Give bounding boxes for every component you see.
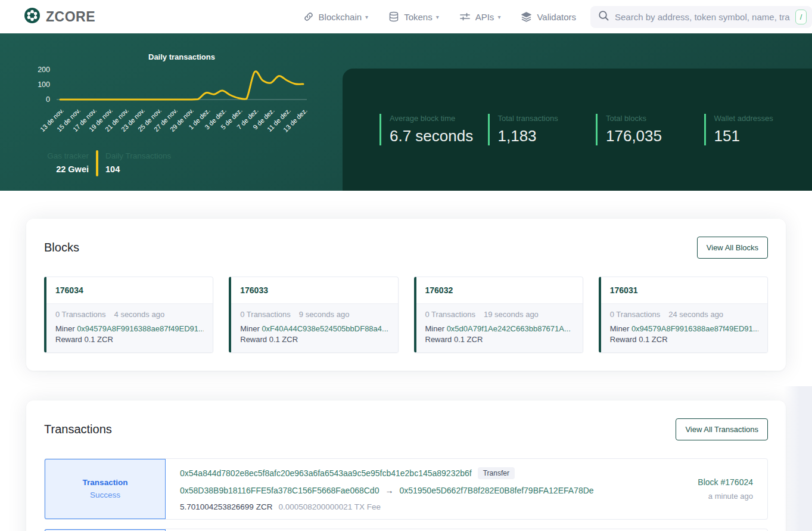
from-address-link[interactable]: 0x58D38B9b18116FFE5fa378C156F5668Fae068C… bbox=[180, 486, 379, 495]
arrow-right-icon: → bbox=[385, 486, 393, 495]
miner-address-link[interactable]: 0x94579A8F9916388ae87f49ED91... bbox=[77, 324, 204, 333]
block-number-link[interactable]: 176034 bbox=[55, 285, 83, 295]
hero-banner: Daily transactions 200 100 0 13 de nov. … bbox=[0, 33, 812, 191]
transaction-row: Transaction Success 0x162a357892c21a9f4a… bbox=[44, 529, 768, 531]
chevron-down-icon: ▾ bbox=[436, 14, 439, 20]
stat-average-block-time: Average block time 6.7 seconds bbox=[379, 114, 488, 145]
block-tx-count: 0 Transactions bbox=[425, 310, 476, 319]
block-number-link[interactable]: 176031 bbox=[610, 285, 638, 295]
transaction-hash-link[interactable]: 0x54a844d7802e8ec5f8afc20e963a6fa6543aa9… bbox=[180, 468, 472, 478]
nav-item-blockchain[interactable]: Blockchain ▾ bbox=[303, 11, 369, 22]
transaction-status-tile: Transaction Success bbox=[45, 459, 166, 519]
reward-label: Reward bbox=[55, 335, 82, 344]
stat-label: Wallet addresses bbox=[714, 114, 808, 123]
stat-label: Average block time bbox=[390, 114, 483, 123]
chevron-down-icon: ▾ bbox=[365, 14, 368, 20]
main-nav: Blockchain ▾ Tokens ▾ APIs ▾ bbox=[303, 11, 576, 23]
miner-label: Miner bbox=[425, 324, 445, 333]
stat-label: Total blocks bbox=[606, 114, 699, 123]
stat-total-blocks: Total blocks 176,035 bbox=[596, 114, 704, 145]
stat-label: Total transactions bbox=[498, 114, 592, 123]
search-input[interactable] bbox=[615, 12, 790, 22]
daily-transactions-value: 104 bbox=[105, 164, 171, 174]
gas-tracker-label: Gas tracker bbox=[22, 151, 89, 160]
transaction-type-label: Transaction bbox=[83, 478, 128, 487]
stat-value: 6.7 seconds bbox=[390, 127, 483, 145]
transaction-status: Success bbox=[90, 490, 120, 499]
reward-label: Reward bbox=[610, 335, 637, 344]
divider-bar bbox=[96, 150, 98, 176]
transaction-fee: 0.000508200000021 TX Fee bbox=[278, 502, 381, 511]
chevron-down-icon: ▾ bbox=[497, 14, 500, 20]
zcore-logo-icon bbox=[24, 7, 41, 26]
page-content: Blocks View All Blocks 176034 0 Transact… bbox=[0, 191, 812, 531]
chart-plot-area bbox=[57, 65, 307, 103]
daily-transactions-chart: Daily transactions 200 100 0 13 de nov. … bbox=[24, 52, 310, 158]
transactions-section-title: Transactions bbox=[44, 423, 112, 436]
block-age: 4 seconds ago bbox=[114, 310, 165, 319]
global-search: / bbox=[590, 6, 812, 28]
blocks-section: Blocks View All Blocks 176034 0 Transact… bbox=[26, 219, 786, 371]
reward-value: 0.1 ZCR bbox=[84, 335, 113, 344]
brand-name: ZCORE bbox=[46, 9, 95, 25]
gas-tracker-strip: Gas tracker 22 Gwei Daily Transactions 1… bbox=[22, 150, 171, 176]
reward-value: 0.1 ZCR bbox=[639, 335, 667, 344]
y-axis-tick: 0 bbox=[24, 94, 50, 105]
nav-label: APIs bbox=[475, 12, 494, 22]
miner-address-link[interactable]: 0xF40A44C938e524505bbDF88a4... bbox=[262, 324, 388, 333]
y-axis-tick: 100 bbox=[24, 79, 50, 90]
stat-wallet-addresses: Wallet addresses 151 bbox=[704, 114, 812, 145]
nav-label: Validators bbox=[537, 12, 576, 22]
block-number-link[interactable]: 176033 bbox=[240, 285, 268, 295]
gas-tracker-value: 22 Gwei bbox=[22, 164, 89, 174]
transaction-row: Transaction Success 0x54a844d7802e8ec5f8… bbox=[44, 458, 768, 520]
view-all-blocks-button[interactable]: View All Blocks bbox=[697, 237, 768, 259]
daily-transactions-label: Daily Transactions bbox=[105, 151, 171, 160]
coins-icon bbox=[388, 11, 399, 22]
block-age: 9 seconds ago bbox=[299, 310, 350, 319]
miner-label: Miner bbox=[610, 324, 630, 333]
reward-label: Reward bbox=[240, 335, 267, 344]
block-tx-count: 0 Transactions bbox=[610, 310, 661, 319]
stat-value: 176,035 bbox=[606, 127, 699, 145]
reward-label: Reward bbox=[425, 335, 452, 344]
layers-icon bbox=[521, 11, 532, 23]
block-card: 176034 0 Transactions 4 seconds ago Mine… bbox=[44, 277, 213, 353]
sliders-icon bbox=[459, 11, 471, 22]
block-card: 176031 0 Transactions 24 seconds ago Min… bbox=[599, 277, 768, 353]
chart-title: Daily transactions bbox=[57, 52, 307, 61]
transaction-age: a minute ago bbox=[708, 492, 753, 501]
view-all-transactions-button[interactable]: View All Transactions bbox=[676, 418, 768, 440]
nav-item-tokens[interactable]: Tokens ▾ bbox=[388, 11, 439, 22]
reward-value: 0.1 ZCR bbox=[269, 335, 298, 344]
block-card: 176032 0 Transactions 19 seconds ago Min… bbox=[414, 277, 583, 353]
nav-item-validators[interactable]: Validators bbox=[521, 11, 576, 23]
blocks-grid: 176034 0 Transactions 4 seconds ago Mine… bbox=[44, 277, 768, 353]
nav-item-apis[interactable]: APIs ▾ bbox=[459, 11, 501, 22]
miner-label: Miner bbox=[240, 324, 260, 333]
block-number-link[interactable]: 176032 bbox=[425, 285, 453, 295]
block-tx-count: 0 Transactions bbox=[240, 310, 291, 319]
daily-transactions-stat: Daily Transactions 104 bbox=[105, 150, 171, 176]
brand-logo[interactable]: ZCORE bbox=[24, 7, 95, 26]
block-link[interactable]: Block #176024 bbox=[698, 477, 753, 487]
y-axis-tick: 200 bbox=[24, 64, 50, 75]
to-address-link[interactable]: 0x51950e5D662f7B8f282E0B8fef79BFA12EFA78… bbox=[399, 486, 593, 495]
chain-link-icon bbox=[303, 11, 314, 22]
miner-address-link[interactable]: 0x5d0A79f1Ae242C663bb87671A... bbox=[447, 324, 571, 333]
gas-tracker: Gas tracker 22 Gwei bbox=[22, 150, 89, 176]
stat-value: 1,183 bbox=[498, 127, 592, 145]
miner-label: Miner bbox=[55, 324, 75, 333]
block-age: 24 seconds ago bbox=[668, 310, 723, 319]
search-shortcut-key: / bbox=[795, 10, 807, 24]
stat-total-transactions: Total transactions 1,183 bbox=[488, 114, 596, 145]
daily-transactions-line bbox=[60, 72, 303, 100]
network-stats-panel: Average block time 6.7 seconds Total tra… bbox=[343, 69, 812, 191]
nav-label: Blockchain bbox=[319, 12, 362, 22]
right-gutter bbox=[783, 386, 812, 531]
miner-address-link[interactable]: 0x94579A8F9916388ae87f49ED91... bbox=[631, 324, 758, 333]
transaction-value: 5.701004253826699 ZCR bbox=[180, 502, 272, 511]
transactions-section: Transactions View All Transactions Trans… bbox=[26, 400, 786, 531]
reward-value: 0.1 ZCR bbox=[454, 335, 483, 344]
nav-label: Tokens bbox=[404, 12, 433, 22]
